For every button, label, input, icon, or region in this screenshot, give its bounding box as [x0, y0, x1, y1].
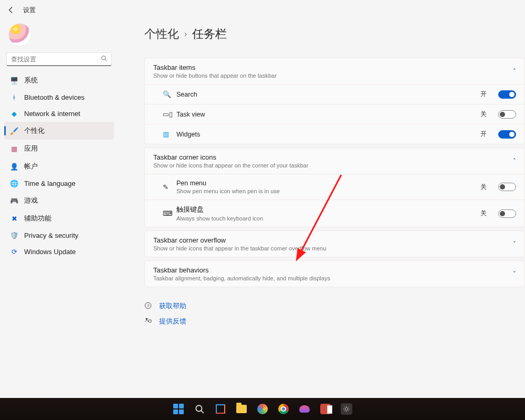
help-icon: ?: [144, 302, 153, 311]
taskbar-explorer-icon[interactable]: [235, 402, 248, 416]
toggle-state-label: 开: [480, 90, 487, 99]
row-title: Search: [176, 91, 472, 98]
taskbar-office-icon[interactable]: [319, 402, 332, 416]
chevron-down-icon: ˅: [513, 270, 516, 278]
search-box[interactable]: [6, 52, 112, 66]
nav-bluetooth-icon: ᚼ: [9, 93, 19, 101]
section-title: Taskbar corner overflow: [153, 236, 327, 244]
row-touchkeyboard-toggle[interactable]: [498, 209, 516, 218]
row-widgets: ▥Widgets开: [145, 124, 524, 144]
nav-privacy-icon: 🛡️: [9, 232, 19, 239]
nav-label: 帐户: [24, 162, 38, 171]
nav-update-icon: ⟳: [9, 248, 19, 256]
nav-gaming-icon: 🎮: [9, 197, 19, 205]
back-button[interactable]: [6, 5, 16, 15]
svg-line-15: [348, 411, 349, 411]
section-header-overflow[interactable]: Taskbar corner overflow Show or hide ico…: [145, 231, 524, 257]
breadcrumb-current: 任务栏: [192, 26, 227, 42]
section-overflow: Taskbar corner overflow Show or hide ico…: [144, 230, 525, 257]
row-search: 🔍Search开: [145, 84, 524, 104]
row-title: Pen menu: [176, 180, 472, 187]
section-header-taskbar-items[interactable]: Taskbar items Show or hide buttons that …: [145, 58, 524, 84]
window-header: 设置: [0, 0, 525, 18]
main-content: 个性化 › 任务栏 Taskbar items Show or hide but…: [118, 18, 525, 395]
nav-label: 系统: [24, 76, 38, 85]
row-widgets-toggle[interactable]: [498, 130, 516, 139]
svg-line-1: [105, 59, 107, 61]
nav-update[interactable]: ⟳Windows Update: [4, 244, 114, 260]
taskbar-chrome-icon[interactable]: [277, 402, 290, 416]
taskbar: [0, 398, 525, 420]
row-penmenu: ✎Pen menuShow pen menu icon when pen is …: [145, 174, 524, 200]
row-widgets-icon: ▥: [153, 130, 168, 138]
svg-line-8: [201, 411, 204, 413]
taskbar-settings-icon[interactable]: [340, 402, 353, 416]
section-header-corner-icons[interactable]: Taskbar corner icons Show or hide icons …: [145, 148, 524, 174]
section-desc: Show or hide icons that appear on the co…: [153, 162, 308, 169]
nav-list: 🖥️系统ᚼBluetooth & devices◆Network & inter…: [4, 71, 114, 260]
start-button[interactable]: [172, 402, 185, 416]
row-penmenu-icon: ✎: [153, 183, 168, 191]
row-desc: Always show touch keyboard icon: [176, 215, 472, 222]
nav-privacy[interactable]: 🛡️Privacy & security: [4, 227, 114, 244]
row-desc: Show pen menu icon when pen is in use: [176, 188, 472, 194]
section-behaviors: Taskbar behaviors Taskbar alignment, bad…: [144, 260, 525, 287]
svg-line-14: [344, 407, 345, 407]
nav-accounts[interactable]: 👤帐户: [4, 158, 114, 175]
breadcrumb: 个性化 › 任务栏: [144, 26, 525, 42]
section-desc: Taskbar alignment, badging, automaticall…: [153, 275, 330, 281]
section-title: Taskbar items: [153, 64, 277, 71]
svg-line-16: [344, 411, 345, 411]
search-icon: [101, 55, 107, 63]
row-search-toggle[interactable]: [498, 90, 516, 99]
breadcrumb-separator: ›: [184, 29, 187, 39]
taskbar-paint-icon[interactable]: [298, 402, 311, 416]
nav-label: Time & language: [24, 180, 76, 187]
nav-label: Windows Update: [24, 248, 76, 256]
taskbar-edge-icon[interactable]: [256, 402, 269, 416]
nav-label: 游戏: [24, 196, 38, 205]
chevron-up-icon: ˄: [513, 158, 516, 165]
search-input[interactable]: [11, 56, 98, 63]
chevron-down-icon: ˅: [513, 240, 516, 248]
nav-label: Privacy & security: [24, 232, 78, 239]
nav-label: Bluetooth & devices: [24, 93, 85, 101]
svg-line-17: [348, 407, 349, 407]
nav-label: Network & internet: [24, 110, 80, 118]
nav-time[interactable]: 🌐Time & language: [4, 175, 114, 192]
get-help-link[interactable]: ? 获取帮助: [144, 299, 525, 314]
feedback-label: 提供反馈: [159, 317, 186, 326]
section-title: Taskbar behaviors: [153, 266, 330, 274]
row-penmenu-toggle[interactable]: [498, 183, 516, 191]
get-help-label: 获取帮助: [159, 302, 186, 311]
nav-gaming[interactable]: 🎮游戏: [4, 192, 114, 209]
toggle-state-label: 关: [480, 183, 487, 192]
section-header-behaviors[interactable]: Taskbar behaviors Taskbar alignment, bad…: [145, 261, 524, 287]
toggle-state-label: 开: [480, 130, 487, 139]
breadcrumb-parent[interactable]: 个性化: [144, 26, 179, 42]
toggle-state-label: 关: [480, 110, 487, 119]
feedback-icon: [144, 317, 153, 326]
help-links: ? 获取帮助 提供反馈: [144, 299, 525, 329]
nav-network[interactable]: ◆Network & internet: [4, 106, 114, 122]
taskbar-search-icon[interactable]: [193, 402, 206, 416]
svg-rect-5: [149, 320, 151, 322]
nav-network-icon: ◆: [9, 110, 19, 118]
row-taskview: ▭▯Task view关: [145, 104, 524, 124]
row-touchkeyboard-icon: ⌨: [153, 209, 168, 217]
nav-system[interactable]: 🖥️系统: [4, 71, 114, 89]
nav-time-icon: 🌐: [9, 180, 19, 187]
nav-accessibility[interactable]: ✖辅助功能: [4, 209, 114, 227]
feedback-link[interactable]: 提供反馈: [144, 314, 525, 329]
nav-personalization[interactable]: 🖌️个性化: [4, 122, 114, 140]
row-taskview-toggle[interactable]: [498, 110, 516, 119]
avatar[interactable]: [8, 23, 32, 46]
row-search-icon: 🔍: [153, 90, 168, 98]
taskbar-taskview-icon[interactable]: [214, 402, 227, 416]
nav-bluetooth[interactable]: ᚼBluetooth & devices: [4, 89, 114, 106]
nav-personalization-icon: 🖌️: [9, 127, 19, 135]
nav-apps[interactable]: ▦应用: [4, 140, 114, 158]
row-title: 触摸键盘: [176, 205, 472, 214]
section-taskbar-items: Taskbar items Show or hide buttons that …: [144, 58, 525, 144]
svg-text:?: ?: [147, 303, 150, 308]
